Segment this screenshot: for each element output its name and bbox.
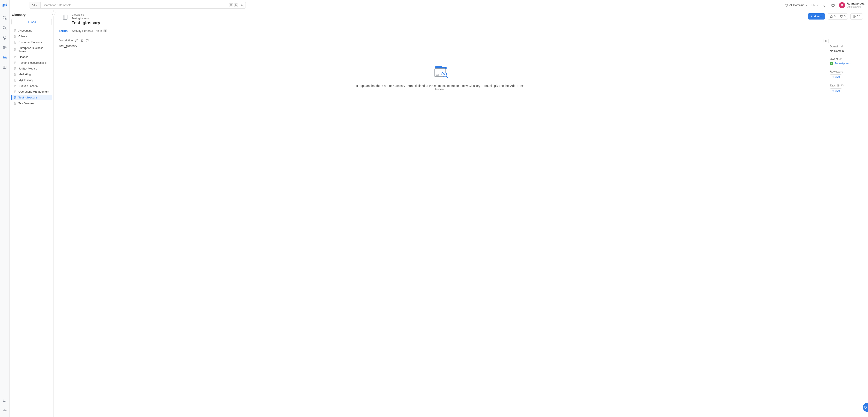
domain-section: Domain No Domain [830,45,865,53]
glossary-item-label: Finance [19,55,28,59]
tab-terms[interactable]: Terms [59,29,68,35]
notifications-icon[interactable] [823,3,827,7]
nav-search-icon[interactable] [1,25,8,31]
owner-name: Rounakpreet.d [835,62,851,65]
comment-icon[interactable] [86,39,89,42]
glossary-item[interactable]: TestGlossary [11,100,52,106]
downvote-count: 0 [844,15,845,18]
version-chip[interactable]: 0.1 [850,13,863,20]
owner-avatar: R [830,62,833,65]
edit-icon[interactable] [841,45,843,48]
search-filter-dropdown[interactable]: All [29,2,40,8]
svg-point-6 [5,401,6,402]
nav-docs-icon[interactable] [1,64,8,71]
document-icon [14,85,17,88]
nav-rail [0,0,10,417]
tab-activity[interactable]: Activity Feeds & Tasks 0 [72,29,107,35]
glossary-item[interactable]: Nuevo Glosario [11,83,52,89]
glossary-item-label: Marketing [19,73,31,76]
nav-logout-icon[interactable] [1,407,8,414]
request-icon[interactable] [837,84,840,87]
glossary-item-label: Human Resources (HR) [19,61,48,64]
glossary-item[interactable]: Accounting [11,28,52,33]
document-icon [14,41,17,44]
glossary-item-label: Clients [19,35,27,38]
downvote-button[interactable]: 0 [838,13,847,19]
domain-value: No Domain [830,49,865,53]
nav-glossary-icon[interactable] [1,54,8,61]
nav-insights-icon[interactable] [1,34,8,41]
version-label: 0.1 [857,15,861,18]
upvote-button[interactable]: 0 [828,13,838,19]
glossary-item[interactable]: MyGlossary [11,77,52,83]
glossary-item[interactable]: Test_glossary [11,95,52,100]
tab-terms-label: Terms [59,29,68,33]
comment-icon[interactable] [841,84,844,87]
user-name: Rounakpreet. [847,2,865,5]
glossary-item-label: Test_glossary [19,96,37,99]
breadcrumb-current: Test_glossary [72,17,100,20]
thumbs-up-icon [830,15,833,18]
topbar: All ⌘ K All Domains EN [10,0,868,10]
tags-label: Tags [830,84,836,87]
chevron-down-icon [806,4,808,6]
user-role: Data Steward [847,5,865,8]
svg-point-0 [3,16,6,19]
glossary-item[interactable]: Marketing [11,71,52,77]
kbd-cmd: ⌘ [229,3,233,7]
description-text: Test_glossary [54,43,826,49]
plus-icon [832,90,834,92]
empty-state-message: It appears that there are no Glossary Te… [354,84,526,91]
plus-icon [832,76,834,78]
glossary-item[interactable]: Enterprise Business Terms [11,45,52,54]
right-panel-collapse-toggle[interactable] [824,39,829,43]
add-glossary-label: Add [31,20,36,24]
glossary-item[interactable]: Clients [11,33,52,39]
user-menu[interactable]: R Rounakpreet. Data Steward [839,2,865,8]
glossary-item[interactable]: Operations Management [11,89,52,95]
search-bar: All ⌘ K [29,2,246,8]
domains-dropdown[interactable]: All Domains [785,3,808,7]
svg-point-2 [3,26,6,29]
owner-chip[interactable]: R Rounakpreet.d [830,62,865,65]
tab-activity-label: Activity Feeds & Tasks [72,29,102,33]
glossary-item[interactable]: Customer Success [11,39,52,45]
glossary-item-label: Customer Success [19,40,42,44]
breadcrumb[interactable]: Glossaries [72,13,100,16]
description-label: Description [59,39,73,42]
empty-state-icon [430,64,450,79]
panel-collapse-toggle[interactable] [51,12,56,16]
content-panel: Glossaries Test_glossary Test_glossary A… [54,10,868,417]
document-icon [14,56,17,59]
glossary-panel-title: Glossary [11,13,52,17]
nav-explore-icon[interactable] [1,14,8,22]
edit-icon[interactable] [839,58,842,60]
search-input[interactable] [40,3,229,7]
document-icon [14,67,17,70]
add-term-button[interactable]: Add term [808,13,825,20]
search-shortcut: ⌘ K [229,3,239,7]
document-icon [14,29,17,32]
help-icon[interactable] [831,3,835,7]
tab-activity-count: 0 [103,29,107,32]
add-glossary-button[interactable]: Add [11,19,52,25]
glossary-item-label: Enterprise Business Terms [19,46,50,53]
request-icon[interactable] [80,39,84,42]
document-icon [14,73,17,76]
glossary-item[interactable]: JetStat Metrics [11,66,52,71]
language-dropdown[interactable]: EN [811,3,819,7]
nav-domains-icon[interactable] [1,44,8,51]
app-logo[interactable] [2,3,8,8]
svg-rect-4 [3,57,6,59]
upvote-count: 0 [834,15,835,18]
glossary-item[interactable]: Finance [11,54,52,60]
add-tag-button[interactable]: Add [830,88,842,93]
add-reviewer-button[interactable]: Add [830,74,842,79]
edit-icon[interactable] [75,39,78,42]
search-icon[interactable] [239,2,246,8]
right-panel: Domain No Domain Owner R Rounakpreet.d [826,35,868,417]
glossary-item[interactable]: Human Resources (HR) [11,60,52,66]
nav-settings-icon[interactable] [1,397,8,404]
language-label: EN [811,3,815,7]
globe-icon [785,3,788,7]
